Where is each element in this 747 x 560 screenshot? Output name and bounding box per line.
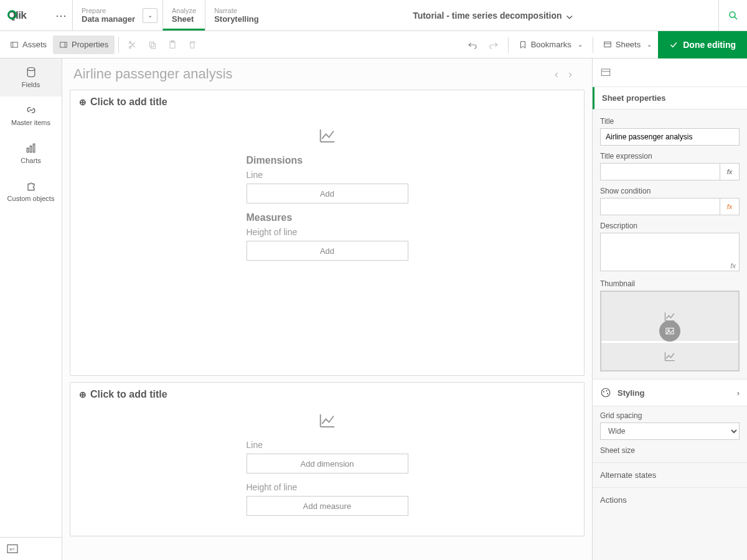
prev-sheet-button[interactable]: ‹ (555, 68, 558, 81)
chart-card-2[interactable]: ⊕ Click to add title Line Add dimension … (70, 382, 585, 536)
dimension-label: Line (247, 440, 408, 450)
rail-master-items[interactable]: Master items (0, 96, 62, 134)
rail-charts-label: Charts (21, 157, 40, 164)
chevron-right-icon: › (737, 388, 740, 398)
rail-custom-label: Custom objects (7, 195, 55, 202)
rail-fields[interactable]: Fields (0, 58, 62, 96)
add-dimension-button[interactable]: Add (247, 184, 408, 203)
tab-prepare[interactable]: Prepare Data manager ⌄ (72, 0, 162, 30)
delete-button (182, 40, 202, 50)
sheet-icon (600, 67, 611, 78)
tab-analyze-big: Sheet (172, 14, 196, 24)
fx-button[interactable]: fx (720, 198, 740, 215)
line-chart-icon (318, 126, 337, 145)
divider (118, 37, 119, 53)
database-icon (2, 66, 59, 78)
actions-row[interactable]: Actions (593, 487, 747, 512)
next-sheet-button[interactable]: › (568, 68, 572, 81)
chevron-down-icon: ⌵ (566, 9, 573, 21)
image-icon (659, 320, 680, 342)
thumbnail-label: Thumbnail (600, 279, 740, 288)
rail-custom-objects[interactable]: Custom objects (0, 172, 62, 210)
rail-master-label: Master items (11, 119, 50, 126)
svg-point-26 (601, 388, 610, 397)
svg-line-7 (735, 17, 737, 19)
rail-fields-label: Fields (22, 81, 40, 88)
assets-toggle[interactable]: Assets (4, 35, 53, 54)
tab-narrate[interactable]: Narrate Storytelling (205, 0, 268, 30)
svg-rect-14 (604, 42, 611, 47)
search-icon (728, 10, 739, 21)
rail-variables[interactable]: x= (0, 537, 62, 560)
app-title-text: Tutorial - time series decomposition (413, 11, 561, 21)
add-measure-button[interactable]: Add (247, 241, 408, 261)
bookmarks-button[interactable]: Bookmarks ⌄ (512, 35, 589, 54)
properties-toggle[interactable]: Properties (53, 35, 115, 54)
properties-label: Properties (72, 40, 108, 49)
svg-point-6 (730, 12, 735, 17)
svg-rect-22 (601, 69, 610, 76)
tab-prepare-big: Data manager (82, 14, 135, 24)
tab-narrate-big: Storytelling (214, 14, 259, 24)
palette-icon (600, 387, 611, 398)
global-search-button[interactable] (718, 0, 747, 30)
tab-narrate-small: Narrate (214, 7, 259, 14)
copy-button (143, 40, 162, 50)
styling-label: Styling (618, 388, 644, 398)
bookmark-icon (519, 40, 527, 49)
sheet-title: Airline passenger analysis (73, 66, 555, 82)
title-expr-label: Title expression (600, 152, 740, 161)
grid-spacing-select[interactable]: Wide (600, 422, 740, 440)
alternate-states-row[interactable]: Alternate states (593, 462, 747, 487)
sheets-button[interactable]: Sheets ⌄ (597, 35, 658, 54)
svg-text:x=: x= (9, 546, 15, 552)
undo-button[interactable] (462, 39, 483, 50)
add-measure-button[interactable]: Add measure (247, 496, 408, 516)
done-editing-button[interactable]: Done editing (658, 31, 747, 58)
rail-charts[interactable]: Charts (0, 134, 62, 172)
puzzle-icon (2, 180, 59, 192)
cut-button (123, 40, 143, 50)
measures-heading: Measures (247, 212, 408, 223)
card-title-text: Click to add title (90, 96, 167, 108)
app-title[interactable]: Tutorial - time series decomposition ⌵ (268, 0, 718, 30)
card-title-placeholder[interactable]: ⊕ Click to add title (70, 383, 584, 406)
styling-accordion[interactable]: Styling › (593, 380, 747, 406)
fx-icon[interactable]: fx (730, 262, 736, 269)
card-title-placeholder[interactable]: ⊕ Click to add title (70, 90, 584, 114)
chart-card-1[interactable]: ⊕ Click to add title Dimensions Line Add… (70, 90, 585, 376)
title-expr-input[interactable] (600, 163, 720, 180)
add-dimension-button[interactable]: Add dimension (247, 454, 408, 474)
variable-icon: x= (6, 544, 19, 554)
description-label: Description (600, 222, 740, 230)
svg-rect-19 (33, 144, 35, 152)
svg-point-29 (607, 393, 608, 394)
qlik-logo: Qlik (0, 0, 50, 30)
line-chart-icon (318, 411, 337, 430)
plus-icon: ⊕ (79, 390, 87, 399)
paste-button (162, 40, 182, 50)
check-icon (669, 40, 678, 49)
chevron-down-icon: ⌄ (578, 41, 583, 48)
thumbnail-picker[interactable] (600, 291, 740, 371)
hub-menu-button[interactable]: ⋯ (50, 0, 72, 30)
tab-analyze[interactable]: Analyze Sheet (162, 0, 205, 30)
tab-analyze-small: Analyze (172, 7, 196, 14)
sheet-properties-header: Sheet properties (593, 87, 747, 110)
svg-rect-11 (151, 44, 156, 49)
card-title-text: Click to add title (90, 389, 167, 400)
chevron-down-icon: ⌄ (647, 41, 652, 48)
description-input[interactable] (600, 233, 740, 271)
prepare-dropdown[interactable]: ⌄ (143, 8, 157, 23)
title-input[interactable] (600, 128, 740, 146)
dimension-label: Line (247, 170, 408, 180)
measure-label: Height of line (247, 227, 408, 237)
show-cond-input[interactable] (600, 198, 720, 215)
redo-button (483, 39, 504, 50)
fx-button[interactable]: fx (720, 163, 740, 180)
assets-label: Assets (22, 40, 47, 49)
svg-rect-17 (27, 148, 29, 152)
show-cond-label: Show condition (600, 187, 740, 195)
grid-spacing-label: Grid spacing (600, 411, 740, 420)
bookmarks-label: Bookmarks (531, 40, 571, 49)
